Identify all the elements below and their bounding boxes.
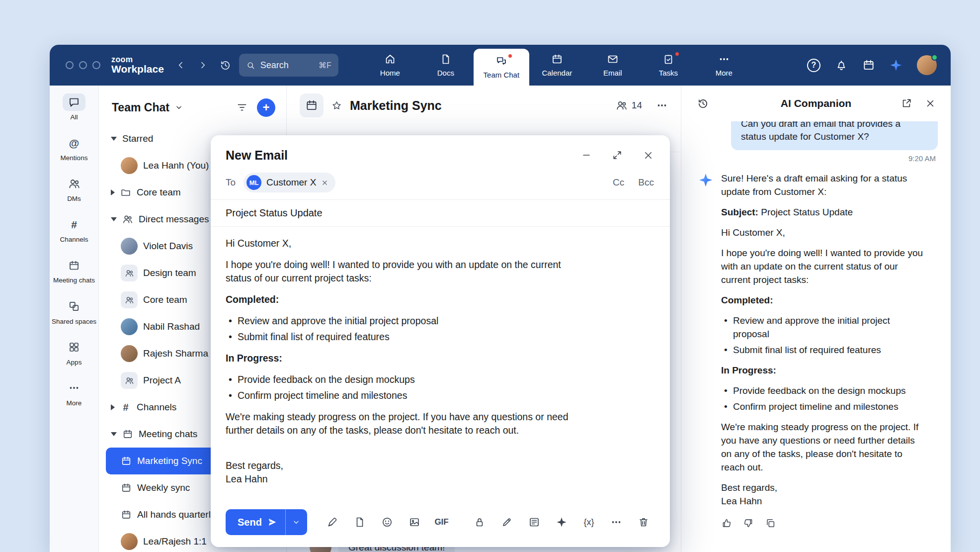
minimize-button[interactable] [581,150,592,161]
user-avatar[interactable] [917,55,937,75]
ai-con conversation[interactable]: Can you draft an email that provides a s… [681,121,951,552]
ai-in-progress-list: Provide feedback on the design mockups C… [721,384,927,413]
nav-tab-home[interactable]: Home [362,45,418,86]
open-in-window-button[interactable] [901,98,912,109]
send-label: Send [238,517,262,528]
send-options-dropdown[interactable] [285,509,307,535]
thumbs-down-button[interactable] [743,518,754,529]
ai-sparkle-icon [890,59,902,72]
remove-recipient-icon[interactable] [321,179,328,186]
apps-icon [63,339,85,356]
subject-field[interactable]: Project Status Update [211,200,670,227]
bcc-button[interactable]: Bcc [638,177,654,188]
send-icon [267,517,277,527]
rail-item-mentions[interactable]: @ Mentions [51,134,97,162]
ai-history-button[interactable] [697,98,709,109]
nav-tab-docs[interactable]: Docs [418,45,474,86]
image-icon [408,516,420,528]
members-button[interactable]: 14 [616,99,642,111]
variables-button[interactable]: {x} [577,511,600,534]
history-icon[interactable] [220,60,231,71]
insert-image-button[interactable] [403,511,426,534]
new-chat-button[interactable]: + [257,98,275,117]
recipient-chip[interactable]: ML Customer X [244,173,335,192]
compose-toolbar: Send GIF {x} [211,502,670,547]
email-icon [607,53,619,65]
close-modal-button[interactable] [643,150,654,161]
help-button[interactable]: ? [807,59,820,72]
external-link-icon [901,98,912,109]
ai-compose-button[interactable] [550,511,573,534]
ai-intro: Sure! Here's a draft email asking for a … [721,172,927,198]
rail-label: Mentions [61,154,88,162]
window-close-button[interactable] [66,61,74,69]
nav-tab-calendar[interactable]: Calendar [529,45,585,86]
email-body-editor[interactable]: Hi Customer X, I hope you're doing well!… [211,227,670,502]
encrypt-button[interactable] [468,511,491,534]
cc-button[interactable]: Cc [613,177,624,188]
signature-button[interactable] [321,511,344,534]
send-button[interactable]: Send [226,509,285,535]
close-icon [925,98,936,109]
template-button[interactable] [348,511,371,534]
discard-button[interactable] [632,511,655,534]
close-ai-panel-button[interactable] [925,98,936,109]
back-icon[interactable] [176,60,186,70]
nav-tab-team-chat[interactable]: Team Chat [474,49,529,86]
more-icon [718,53,730,65]
minimize-icon [581,150,592,161]
rail-item-more[interactable]: More [51,379,97,407]
list-item: Confirm project timeline and milestones [226,389,583,402]
trash-icon [638,516,650,528]
channel-more-button[interactable] [656,99,668,111]
at-icon: @ [63,134,85,152]
gif-button[interactable]: GIF [430,511,453,534]
thumbs-up-button[interactable] [721,518,732,529]
calendar-shortcut-button[interactable] [862,59,875,72]
filter-button[interactable] [236,101,248,113]
caret-down-icon [111,137,117,141]
star-icon[interactable] [331,100,342,111]
ai-subject-line: Subject: Project Status Update [721,205,927,219]
window-zoom-button[interactable] [92,61,100,69]
layout-button[interactable] [523,511,546,534]
notifications-button[interactable] [835,59,848,72]
forward-icon[interactable] [198,60,208,70]
window-controls[interactable] [66,61,100,69]
user-prompt-bubble: Can you draft an email that provides a s… [731,121,938,150]
bell-icon [835,59,848,72]
copy-button[interactable] [765,518,776,529]
window-minimize-button[interactable] [79,61,87,69]
sidebar-title-dropdown[interactable]: Team Chat [112,101,183,114]
rail-item-dms[interactable]: DMs [51,175,97,202]
caret-down-icon [111,432,117,436]
section-label: Meeting chats [139,429,197,440]
more-tools-button[interactable] [605,511,628,534]
rail-item-apps[interactable]: Apps [51,339,97,366]
nav-tab-tasks[interactable]: Tasks [641,45,696,86]
rail-item-meeting-chats[interactable]: Meeting chats [51,257,97,284]
top-bar: zoom Workplace Search ⌘F Home Docs [50,45,951,86]
copy-icon [765,518,776,529]
item-label: Core team [143,294,187,305]
emoji-button[interactable] [376,511,399,534]
calendar-icon [122,429,133,440]
rail-item-channels[interactable]: # Channels [51,216,97,243]
rail-item-shared-spaces[interactable]: Shared spaces [51,298,97,325]
expand-button[interactable] [612,150,623,161]
nav-label: More [716,69,733,77]
ai-companion-button[interactable] [890,59,902,72]
nav-tab-more[interactable]: More [696,45,752,86]
edit-button[interactable] [495,511,518,534]
recipient-field[interactable]: To ML Customer X Cc Bcc [211,169,670,200]
shared-spaces-icon [63,298,85,315]
team-chat-icon [495,55,507,67]
home-icon [384,53,396,65]
search-input[interactable]: Search ⌘F [239,54,338,77]
nav-label: Team Chat [484,71,520,79]
ai-response-message: Sure! Here's a draft email asking for a … [698,172,938,529]
rail-item-all[interactable]: All [51,93,97,121]
item-label: Core team [137,187,181,198]
section-label: Channels [137,402,176,413]
nav-tab-email[interactable]: Email [585,45,641,86]
